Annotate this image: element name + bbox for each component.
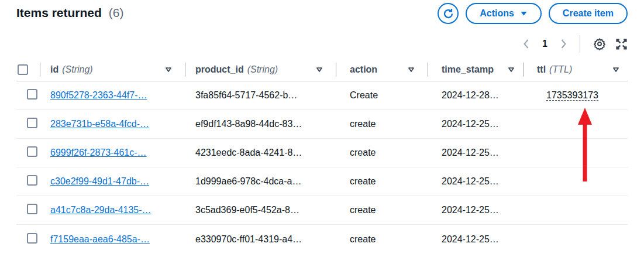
time-stamp-cell: 2024-12-25… [428, 176, 523, 187]
sort-caret-icon[interactable] [165, 67, 172, 73]
row-checkbox[interactable] [27, 175, 37, 186]
table-row: f7159eaa-aea6-485a-… e330970c-ff01-4319-… [16, 225, 628, 253]
action-cell: create [336, 205, 428, 215]
time-stamp-cell: 2024-12-25… [428, 205, 523, 215]
page-title-text: Items returned [16, 6, 102, 19]
column-header-action[interactable]: action [336, 58, 428, 81]
select-all-checkbox[interactable] [18, 64, 28, 75]
column-type: (String) [62, 64, 92, 75]
table-row: 283e731b-e58a-4fcd-… ef9df143-8a98-44dc-… [16, 110, 628, 139]
table-header-row: id (String) product_id (String) action [16, 58, 628, 81]
sort-caret-icon[interactable] [316, 67, 323, 73]
table-row: 890f5278-2363-44f7-… 3fa85f64-5717-4562-… [16, 81, 628, 110]
current-page-number[interactable]: 1 [539, 39, 551, 49]
row-checkbox[interactable] [27, 89, 37, 100]
settings-button[interactable] [593, 37, 606, 50]
sort-caret-icon[interactable] [508, 67, 515, 73]
select-all-cell [16, 58, 40, 81]
panel-header: Items returned (6) Actions Create item [0, 0, 644, 24]
action-cell: Create [336, 90, 428, 101]
item-id-link[interactable]: 890f5278-2363-44f7-… [50, 90, 147, 100]
next-page-button[interactable] [560, 39, 567, 49]
product-id-cell: e330970c-ff01-4319-a4… [185, 234, 336, 245]
create-item-button[interactable]: Create item [549, 3, 628, 24]
row-checkbox[interactable] [27, 204, 37, 214]
product-id-cell: ef9df143-8a98-44dc-83… [185, 119, 336, 129]
column-name: action [350, 64, 377, 75]
create-item-button-label: Create item [563, 8, 614, 19]
product-id-cell: 3fa85f64-5717-4562-b… [185, 90, 336, 101]
row-checkbox[interactable] [27, 233, 37, 244]
header-actions: Actions Create item [438, 3, 628, 24]
time-stamp-cell: 2024-12-25… [428, 148, 523, 158]
action-cell: create [336, 176, 428, 187]
product-id-cell: 3c5ad369-e0f5-452a-8… [185, 205, 336, 215]
expand-icon [615, 38, 628, 50]
column-header-ttl[interactable]: ttl (TTL) [523, 58, 628, 81]
table-row: 6999f26f-2873-461c-… 4231eedc-8ada-4241-… [16, 139, 628, 167]
product-id-cell: 1d999ae6-978c-4dca-a… [185, 176, 336, 187]
sort-caret-icon[interactable] [408, 67, 415, 73]
action-cell: create [336, 119, 428, 129]
column-name: time_stamp [442, 64, 494, 75]
caret-down-icon [520, 11, 528, 16]
column-header-time-stamp[interactable]: time_stamp [428, 58, 523, 81]
column-type: (String) [247, 64, 278, 75]
action-cell: create [336, 234, 428, 245]
time-stamp-cell: 2024-12-25… [428, 119, 523, 129]
item-id-link[interactable]: 6999f26f-2873-461c-… [50, 148, 147, 157]
table-toolbar: 1 [0, 24, 644, 54]
refresh-button[interactable] [438, 3, 459, 24]
time-stamp-cell: 2024-12-28… [428, 90, 523, 101]
page-title: Items returned (6) [16, 3, 123, 20]
product-id-cell: 4231eedc-8ada-4241-8… [185, 148, 336, 158]
column-header-product-id[interactable]: product_id (String) [185, 58, 336, 81]
items-table: id (String) product_id (String) action [16, 58, 628, 253]
table-row: a41c7c8a-29da-4135-… 3c5ad369-e0f5-452a-… [16, 196, 628, 225]
row-checkbox[interactable] [27, 118, 37, 128]
item-id-link[interactable]: a41c7c8a-29da-4135-… [50, 205, 151, 215]
toolbar-divider [580, 35, 580, 53]
actions-button-label: Actions [480, 8, 514, 19]
table-row: c30e2f99-49d1-47db-… 1d999ae6-978c-4dca-… [16, 167, 628, 196]
items-count-badge: (6) [109, 6, 124, 19]
time-stamp-cell: 2024-12-25… [428, 234, 523, 245]
column-type: (TTL) [549, 64, 572, 75]
fullscreen-button[interactable] [615, 38, 628, 50]
chevron-left-icon [523, 39, 529, 49]
refresh-icon [443, 8, 454, 19]
action-cell: create [336, 148, 428, 158]
item-id-link[interactable]: c30e2f99-49d1-47db-… [50, 176, 149, 186]
sort-caret-icon[interactable] [612, 67, 619, 73]
previous-page-button[interactable] [523, 39, 529, 49]
item-id-link[interactable]: f7159eaa-aea6-485a-… [50, 234, 150, 244]
column-name: id [50, 64, 58, 75]
row-checkbox[interactable] [27, 146, 37, 157]
column-name: product_id [195, 64, 244, 75]
column-name: ttl [537, 64, 546, 75]
actions-button[interactable]: Actions [466, 3, 542, 24]
items-table-panel: Items returned (6) Actions Create item [0, 0, 644, 257]
chevron-right-icon [560, 39, 567, 49]
column-header-id[interactable]: id (String) [40, 58, 185, 81]
ttl-value[interactable]: 1735393173 [546, 90, 598, 101]
gear-icon [593, 37, 606, 50]
item-id-link[interactable]: 283e731b-e58a-4fcd-… [50, 119, 149, 129]
